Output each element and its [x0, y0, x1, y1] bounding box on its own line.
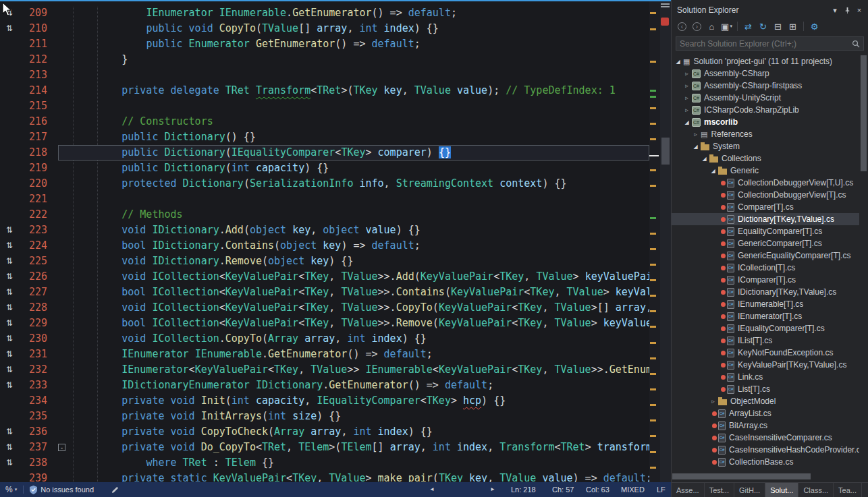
tree-item[interactable]: C#CollectionDebuggerView[T].cs	[672, 189, 859, 201]
analysis-status-message[interactable]: No issues found	[40, 486, 94, 494]
code-line-text[interactable]: // Methods	[58, 207, 649, 223]
code-line-text[interactable]: void ICollection.CopyTo(Array array, int…	[58, 331, 649, 347]
status-line-ending[interactable]: LF	[657, 482, 666, 497]
tree-item[interactable]: ◢C#mscorlib	[672, 116, 859, 128]
collapse-all-icon[interactable]: ⊟	[771, 20, 784, 32]
code-line[interactable]: 218 public Dictionary(IEqualityComparer<…	[0, 145, 649, 160]
pen-icon[interactable]	[111, 486, 119, 494]
nav-back-icon[interactable]: ◄	[429, 482, 435, 497]
code-line-text[interactable]: bool IDictionary.Contains(object key) =>…	[58, 238, 649, 254]
implements-interface-icon[interactable]: ⇅	[0, 300, 19, 316]
scrollbar-thumb[interactable]	[861, 55, 867, 171]
tree-item[interactable]: C#IComparer[T].cs	[672, 274, 859, 286]
implements-interface-icon[interactable]: ⇅	[0, 316, 19, 331]
tree-item[interactable]: C#Dictionary[TKey,TValue].cs	[672, 213, 859, 225]
implements-interface-icon[interactable]: ⇅	[0, 254, 19, 269]
tree-item[interactable]: C#CaseInsensitiveHashCodeProvider.cs	[672, 444, 859, 456]
code-line-text[interactable]: public Enumerator GetEnumerator() => def…	[58, 36, 649, 52]
tree-item[interactable]: ▹ObjectModel	[672, 395, 859, 407]
code-line[interactable]: ⇅233 IDictionaryEnumerator IDictionary.G…	[0, 378, 649, 393]
code-line-text[interactable]: IDictionaryEnumerator IDictionary.GetEnu…	[58, 378, 649, 393]
tree-item[interactable]: C#Link.cs	[672, 371, 859, 383]
split-editor-handle[interactable]	[661, 3, 670, 7]
code-line[interactable]: 234 private void Init(int capacity, IEqu…	[0, 393, 649, 409]
editor-vertical-scrollbar[interactable]	[660, 1, 671, 482]
implements-interface-icon[interactable]: ⇅	[0, 455, 19, 471]
code-line-text[interactable]: // Constructors	[58, 114, 649, 129]
implements-interface-icon[interactable]: ⇅	[0, 21, 19, 36]
panel-vertical-scrollbar[interactable]	[861, 55, 867, 470]
code-line[interactable]: 239 private static KeyValuePair<TKey, TV…	[0, 471, 649, 482]
switch-views-icon[interactable]: ▣▾	[720, 20, 733, 32]
code-line-text[interactable]: bool ICollection<KeyValuePair<TKey, TVal…	[58, 285, 649, 300]
window-position-icon[interactable]: ▾	[829, 5, 841, 16]
code-line[interactable]: ⇅223 void IDictionary.Add(object key, ob…	[0, 223, 649, 238]
pin-icon[interactable]	[841, 5, 853, 16]
code-line-text[interactable]: private static KeyValuePair<TKey, TValue…	[58, 471, 649, 482]
tree-item[interactable]: C#IEqualityComparer[T].cs	[672, 322, 859, 334]
tool-window-tab[interactable]: Tea...	[834, 483, 862, 497]
tree-expander-icon[interactable]: ▹	[683, 82, 690, 89]
code-line[interactable]: 213	[0, 67, 649, 83]
tree-item[interactable]: C#List[T].cs	[672, 383, 859, 395]
code-line-text[interactable]: public Dictionary(IEqualityComparer<TKey…	[58, 145, 649, 160]
code-line-text[interactable]: public void CopyTo(TValue[] array, int i…	[58, 21, 649, 36]
tree-item[interactable]: C#BitArray.cs	[672, 419, 859, 432]
tree-expander-icon[interactable]: ◢	[709, 168, 717, 174]
properties-icon[interactable]: ⚙	[808, 20, 821, 32]
code-line-text[interactable]: IEnumerator<KeyValuePair<TKey, TValue>> …	[58, 362, 649, 378]
home-icon[interactable]: ⌂	[705, 20, 718, 32]
code-line-text[interactable]: void IDictionary.Remove(object key) {}	[58, 254, 649, 269]
tree-item[interactable]: C#EqualityComparer[T].cs	[672, 225, 859, 237]
tree-expander-icon[interactable]: ◢	[692, 144, 699, 150]
code-line-text[interactable]: private delegate TRet Transform<TRet>(TK…	[58, 83, 649, 98]
tree-item[interactable]: ▹C#Assembly-UnityScript	[672, 92, 859, 104]
status-line[interactable]: Ln: 218	[511, 482, 536, 497]
scrollbar-thumb[interactable]	[661, 138, 670, 165]
zoom-control[interactable]: %	[5, 485, 13, 494]
implements-interface-icon[interactable]: ⇅	[0, 331, 19, 347]
code-line-text[interactable]	[58, 192, 649, 207]
tree-item[interactable]: C#IDictionary[TKey,TValue].cs	[672, 286, 859, 298]
tree-item[interactable]: C#CollectionDebuggerView[T,U].cs	[672, 177, 859, 189]
code-line-text[interactable]	[58, 98, 649, 114]
code-line-text[interactable]: private void CopyToCheck(Array array, in…	[58, 424, 649, 440]
code-line-text[interactable]: }	[58, 52, 649, 67]
scrollbar-thumb[interactable]	[672, 473, 811, 479]
tree-item[interactable]: C#CollectionBase.cs	[672, 456, 859, 468]
tree-item[interactable]: C#CaseInsensitiveComparer.cs	[672, 432, 859, 444]
code-line-text[interactable]: - private void Do_CopyTo<TRet, TElem>(TE…	[58, 440, 649, 455]
tree-item[interactable]: C#GenericEqualityComparer[T].cs	[672, 250, 859, 262]
tree-item[interactable]: ▹▤References	[672, 128, 859, 140]
code-line-text[interactable]: protected Dictionary(SerializationInfo i…	[58, 176, 649, 192]
tree-item[interactable]: C#IEnumerable[T].cs	[672, 298, 859, 310]
status-character[interactable]: Ch: 57	[552, 482, 574, 497]
nav-forward-icon[interactable]: ›	[690, 20, 703, 32]
tree-item[interactable]: C#Comparer[T].cs	[672, 201, 859, 213]
implements-interface-icon[interactable]: ⇅	[0, 440, 19, 455]
code-line[interactable]: ⇅231 IEnumerator IEnumerable.GetEnumerat…	[0, 347, 649, 362]
implements-interface-icon[interactable]: ⇅	[0, 269, 19, 285]
tree-item[interactable]: ◢▦Solution 'project-gui' (11 of 11 proje…	[672, 55, 859, 67]
tree-item[interactable]: ◢Collections	[672, 152, 859, 165]
code-line[interactable]: ⇅229 bool ICollection<KeyValuePair<TKey,…	[0, 316, 649, 331]
tree-item[interactable]: C#KeyNotFoundException.cs	[672, 347, 859, 359]
tree-item[interactable]: ▹C#Assembly-CSharp-firstpass	[672, 80, 859, 92]
tree-item[interactable]: C#GenericComparer[T].cs	[672, 237, 859, 250]
code-line[interactable]: 211 public Enumerator GetEnumerator() =>…	[0, 36, 649, 52]
code-line[interactable]: 217 public Dictionary() {}	[0, 129, 649, 145]
implements-interface-icon[interactable]: ⇅	[0, 285, 19, 300]
tree-expander-icon[interactable]: ◢	[701, 156, 708, 162]
code-line-text[interactable]: private void InitArrays(int size) {}	[58, 409, 649, 424]
code-line[interactable]: 214 private delegate TRet Transform<TRet…	[0, 83, 649, 98]
status-column[interactable]: Col: 63	[586, 482, 609, 497]
tree-expander-icon[interactable]: ◢	[683, 119, 690, 125]
code-line-text[interactable]: void ICollection<KeyValuePair<TKey, TVal…	[58, 300, 649, 316]
implements-interface-icon[interactable]: ⇅	[0, 223, 19, 238]
code-line[interactable]: ⇅226 void ICollection<KeyValuePair<TKey,…	[0, 269, 649, 285]
code-line[interactable]: ⇅237- private void Do_CopyTo<TRet, TElem…	[0, 440, 649, 455]
tree-item[interactable]: ▹C#Assembly-CSharp	[672, 67, 859, 80]
collapse-region-button[interactable]: -	[58, 444, 65, 451]
code-line[interactable]: ⇅238 where TRet : TElem {}	[0, 455, 649, 471]
search-input[interactable]	[680, 39, 852, 49]
